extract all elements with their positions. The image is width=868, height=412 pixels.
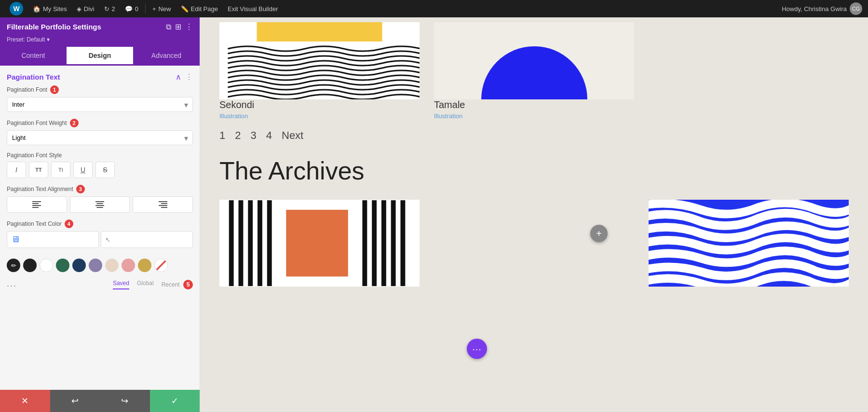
- swatch-light-pink[interactable]: [122, 259, 135, 272]
- swatch-red-slash[interactable]: [154, 259, 168, 272]
- svg-rect-17: [248, 200, 253, 286]
- add-section-button[interactable]: +: [590, 225, 608, 242]
- alignment-buttons-row: [7, 196, 193, 213]
- collapse-icon[interactable]: ∧: [176, 72, 181, 82]
- font-select[interactable]: Inter Open Sans Roboto Lato: [7, 97, 193, 112]
- undo-button[interactable]: ↩: [50, 390, 100, 412]
- comments-item[interactable]: 💬 0: [121, 0, 142, 17]
- svg-rect-22: [372, 200, 377, 286]
- svg-rect-8: [159, 201, 167, 202]
- wp-logo-item[interactable]: W: [6, 0, 27, 17]
- my-sites-label: My Sites: [43, 5, 67, 13]
- stripes-svg: [219, 200, 420, 287]
- tamale-category: Illustration: [434, 112, 634, 120]
- blue-arch-shape: [481, 46, 587, 99]
- swatch-purple-gray[interactable]: [89, 259, 102, 272]
- cancel-button[interactable]: ✕: [0, 390, 50, 412]
- font-select-wrap: Inter Open Sans Roboto Lato: [7, 97, 193, 112]
- my-sites-item[interactable]: 🏠 My Sites: [29, 0, 71, 17]
- align-left-button[interactable]: [7, 196, 67, 213]
- portfolio-item-stripes: [219, 200, 420, 287]
- color-swatches: ✏: [7, 255, 193, 276]
- portfolio-item-blue-wavy: [649, 200, 849, 287]
- section-title: Pagination Text: [7, 73, 60, 81]
- panel-body: Pagination Text ∧ ⋮ Pagination Font 1 In…: [0, 66, 200, 390]
- pen-swatch[interactable]: ✏: [7, 259, 20, 272]
- portfolio-grid-top: Sekondi Illustration Tamale Illustration: [219, 17, 849, 120]
- tab-content[interactable]: Content: [0, 47, 67, 66]
- italic-button[interactable]: I: [7, 162, 26, 178]
- underline-button[interactable]: U: [73, 162, 93, 178]
- color-label-text: Pagination Text Color: [7, 220, 62, 227]
- confirm-button[interactable]: ✓: [150, 390, 200, 412]
- alignment-label-text: Pagination Text Alignment: [7, 186, 73, 192]
- howdy-section: Howdy, Christina Gwira CG: [782, 2, 862, 15]
- next-link[interactable]: Next: [282, 129, 303, 142]
- tab-advanced[interactable]: Advanced: [133, 47, 200, 66]
- plus-icon: +: [152, 5, 156, 13]
- color-field-row: 🖥 ↖: [7, 231, 193, 248]
- panel-tabs: Content Design Advanced: [0, 47, 200, 66]
- copy-icon[interactable]: ⧉: [166, 23, 171, 31]
- sync-icon: ↻: [104, 5, 109, 13]
- style-buttons-row: I TT Tt U S: [7, 162, 193, 178]
- svg-rect-7: [97, 207, 103, 208]
- bar-separator: [145, 4, 146, 14]
- swatch-black[interactable]: [23, 259, 37, 272]
- edit-page-item[interactable]: ✏️ Edit Page: [177, 0, 222, 17]
- three-dots-icon[interactable]: ···: [7, 281, 17, 291]
- portfolio-grid-bottom: [219, 195, 849, 287]
- page-1[interactable]: 1: [219, 129, 225, 142]
- svg-rect-25: [400, 200, 405, 286]
- swatch-light-peach[interactable]: [105, 259, 119, 272]
- svg-rect-13: [257, 22, 382, 41]
- divi-icon: ◈: [77, 5, 81, 13]
- kebab-icon[interactable]: ⋮: [185, 22, 193, 31]
- notifications-item[interactable]: ↻ 2: [100, 0, 119, 17]
- swatch-gold[interactable]: [138, 259, 151, 272]
- capitalize-button[interactable]: Tt: [51, 162, 70, 178]
- color-monitor-half[interactable]: 🖥: [7, 231, 99, 248]
- color-tab-recent[interactable]: Recent 5: [162, 280, 193, 289]
- grid-icon[interactable]: ⊞: [175, 22, 181, 31]
- new-item[interactable]: + New: [149, 0, 175, 17]
- svg-rect-0: [32, 201, 41, 202]
- font-label-text: Pagination Font: [7, 86, 47, 93]
- preset-text: Preset: Default: [7, 36, 45, 43]
- svg-rect-19: [267, 200, 272, 286]
- exit-visual-builder-item[interactable]: Exit Visual Builder: [224, 0, 282, 17]
- align-right-button[interactable]: [133, 196, 193, 213]
- avatar: CG: [850, 2, 862, 15]
- page-2[interactable]: 2: [235, 129, 241, 142]
- tab-design[interactable]: Design: [67, 47, 133, 66]
- swatch-dark-green[interactable]: [56, 259, 69, 272]
- blue-wavy-thumbnail: [649, 200, 849, 287]
- swatch-white[interactable]: [40, 259, 53, 272]
- page-3[interactable]: 3: [251, 129, 257, 142]
- redo-button[interactable]: ↪: [100, 390, 150, 412]
- canvas-area: Sekondi Illustration Tamale Illustration…: [200, 17, 868, 412]
- color-cursor-half[interactable]: ↖: [101, 231, 193, 248]
- section-menu-icon[interactable]: ⋮: [185, 72, 193, 82]
- color-tab-global[interactable]: Global: [137, 280, 154, 289]
- pagination-row: 1 2 3 4 Next: [219, 120, 849, 156]
- page-4[interactable]: 4: [266, 129, 272, 142]
- preset-label[interactable]: Preset: Default ▾: [7, 36, 193, 43]
- color-tab-saved[interactable]: Saved: [113, 280, 129, 289]
- pagination-text-color-field: Pagination Text Color 4 🖥 ↖: [7, 220, 193, 248]
- panel-title: Filterable Portfolio Settings: [7, 23, 101, 31]
- swatch-dark-blue[interactable]: [72, 259, 86, 272]
- pagination-text-alignment-field: Pagination Text Alignment 3: [7, 185, 193, 213]
- divi-item[interactable]: ◈ Divi: [73, 0, 98, 17]
- new-label: New: [159, 5, 171, 13]
- wp-logo-icon: W: [10, 2, 23, 15]
- strikethrough-button[interactable]: S: [95, 162, 115, 178]
- align-center-button[interactable]: [70, 196, 130, 213]
- uppercase-button[interactable]: TT: [29, 162, 48, 178]
- pagination-font-weight-field: Pagination Font Weight 2 Light Regular M…: [7, 119, 193, 145]
- svg-rect-11: [161, 207, 167, 208]
- weight-select[interactable]: Light Regular Medium Bold: [7, 130, 193, 145]
- tab-advanced-label: Advanced: [151, 52, 181, 59]
- panel-header: Filterable Portfolio Settings ⧉ ⊞ ⋮: [0, 17, 200, 35]
- section-options-button[interactable]: ···: [467, 339, 487, 359]
